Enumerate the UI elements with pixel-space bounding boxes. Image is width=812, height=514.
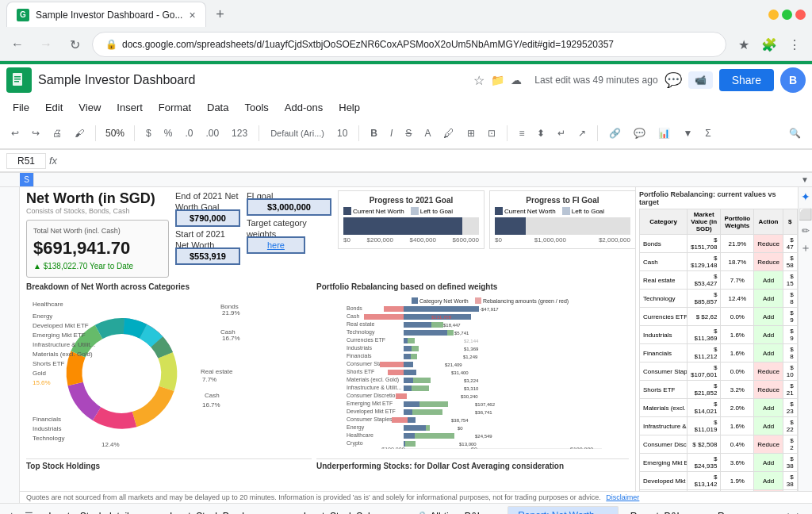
align-left[interactable]: ≡ bbox=[514, 125, 529, 142]
new-tab-button[interactable]: + bbox=[209, 3, 232, 25]
rebal-mag: $ 58 bbox=[783, 253, 797, 271]
font-color-button[interactable]: A bbox=[419, 125, 435, 142]
function-button[interactable]: Σ bbox=[700, 125, 715, 142]
menu-help[interactable]: Help bbox=[332, 98, 366, 117]
menu-tools[interactable]: Tools bbox=[238, 98, 274, 117]
rebal-action: Add bbox=[754, 271, 783, 290]
comment-button[interactable]: 💬 bbox=[629, 125, 650, 142]
disclaimer-link[interactable]: Disclaimer bbox=[606, 493, 639, 501]
svg-rect-50 bbox=[404, 322, 431, 328]
chart-button[interactable]: 📊 bbox=[653, 125, 675, 142]
rebal-wt: 0.0% bbox=[721, 362, 754, 381]
back-button[interactable]: ← bbox=[6, 33, 29, 56]
menu-file[interactable]: File bbox=[6, 98, 36, 117]
forward-button[interactable]: → bbox=[35, 33, 57, 56]
menu-edit[interactable]: Edit bbox=[39, 98, 69, 117]
sheet-list-button[interactable]: ☰ bbox=[21, 511, 36, 515]
rebal-action: Add bbox=[754, 417, 783, 435]
tab-close-button[interactable]: × bbox=[189, 9, 195, 21]
minimize-button[interactable] bbox=[768, 10, 779, 20]
prev-sheet-button[interactable]: ◀ bbox=[777, 510, 792, 515]
print-button[interactable]: 🖨 bbox=[48, 125, 67, 142]
menu-view[interactable]: View bbox=[72, 98, 107, 117]
star-icon[interactable]: ☆ bbox=[473, 73, 485, 88]
increase-decimal[interactable]: .00 bbox=[201, 125, 224, 142]
undo-button[interactable]: ↩ bbox=[6, 125, 24, 142]
sheets-document-title[interactable]: Sample Investor Dashboard bbox=[38, 73, 467, 87]
zoom-selector[interactable]: 50% bbox=[102, 128, 128, 139]
close-window-button[interactable] bbox=[795, 10, 806, 20]
tab-alltime-pl[interactable]: 🔒 All-time P&L ▼ bbox=[406, 507, 507, 515]
strikethrough-button[interactable]: S bbox=[400, 125, 416, 142]
bookmark-button[interactable]: ★ bbox=[733, 33, 755, 56]
notification-icon[interactable]: ⬜ bbox=[799, 208, 812, 221]
add-row-icon[interactable]: ＋ bbox=[800, 241, 811, 255]
target-weights-link[interactable]: here bbox=[247, 236, 305, 254]
font-selector[interactable]: Default (Ari...) bbox=[266, 125, 329, 141]
more-formats[interactable]: 123 bbox=[227, 125, 252, 142]
rebal-mag: $ 23 bbox=[783, 399, 797, 417]
svg-rect-60 bbox=[404, 401, 419, 407]
rebal-cat: Emerging Mkt ETF bbox=[640, 454, 688, 472]
maximize-button[interactable] bbox=[782, 10, 792, 20]
format-icon[interactable]: ✏ bbox=[802, 225, 810, 236]
cell-reference[interactable] bbox=[6, 153, 46, 169]
svg-rect-78 bbox=[419, 401, 448, 407]
formula-input[interactable] bbox=[60, 155, 806, 167]
currency-button[interactable]: $ bbox=[141, 125, 156, 142]
goals-section: End of 2021 Net Worth Goal $790,000 Star… bbox=[175, 190, 240, 262]
svg-text:Materials (excl. Gold): Materials (excl. Gold) bbox=[347, 377, 399, 383]
tab-rep[interactable]: Rep... bbox=[707, 507, 753, 515]
meet-button[interactable]: 📹 bbox=[688, 71, 713, 89]
paint-format-button[interactable]: 🖌 bbox=[70, 125, 89, 142]
refresh-button[interactable]: ↻ bbox=[63, 33, 86, 56]
svg-rect-55 bbox=[404, 362, 413, 367]
rebal-wt: 1.9% bbox=[721, 472, 754, 490]
comments-button[interactable]: 💬 bbox=[665, 71, 682, 89]
percent-button[interactable]: % bbox=[159, 125, 178, 142]
fi-current-legend: Current Net Worth bbox=[495, 207, 556, 215]
text-rotate[interactable]: ↗ bbox=[573, 125, 591, 142]
share-button[interactable]: Share bbox=[719, 69, 774, 91]
svg-rect-75 bbox=[413, 378, 431, 383]
explore-icon[interactable]: ✦ bbox=[801, 190, 810, 203]
fi-goal-row: FI goal $3,000,000 bbox=[247, 190, 331, 213]
menu-format[interactable]: Format bbox=[152, 98, 197, 117]
explore-button[interactable]: 🔍 bbox=[784, 125, 806, 142]
tab-stock-details[interactable]: Inputs: Stock details ▼ bbox=[38, 507, 158, 515]
tab-net-worth[interactable]: Report: Net Worth ▼ bbox=[508, 506, 619, 515]
filter-button[interactable]: ▼ bbox=[678, 125, 697, 142]
add-sheet-button[interactable]: + bbox=[3, 509, 20, 515]
folder-icon[interactable]: 📁 bbox=[491, 74, 504, 86]
tab-stock-sales[interactable]: Input: Stock Sales ▼ bbox=[293, 507, 404, 515]
svg-text:Real estate: Real estate bbox=[347, 321, 375, 327]
progress-2021-legend: Current Net Worth Left to Goal bbox=[343, 207, 479, 215]
next-sheet-button[interactable]: ▶ bbox=[794, 510, 809, 515]
menu-addons[interactable]: Add-ons bbox=[278, 98, 329, 117]
menu-button[interactable]: ⋮ bbox=[783, 33, 806, 56]
tab-pl-report[interactable]: Report: P&L ▼ bbox=[620, 507, 706, 515]
user-avatar[interactable]: B bbox=[780, 67, 806, 93]
menu-data[interactable]: Data bbox=[201, 98, 235, 117]
rebal-wt: 1.6% bbox=[721, 326, 754, 344]
borders-button[interactable]: ⊞ bbox=[462, 125, 480, 142]
highlight-button[interactable]: 🖊 bbox=[439, 124, 459, 143]
active-tab[interactable]: G Sample Investor Dashboard - Go... × bbox=[6, 2, 206, 27]
svg-text:Financials: Financials bbox=[347, 353, 372, 359]
url-bar[interactable]: 🔒 docs.google.com/spreadsheets/d/1uayfCj… bbox=[92, 32, 726, 57]
bold-button[interactable]: B bbox=[366, 125, 382, 142]
redo-button[interactable]: ↪ bbox=[27, 125, 44, 142]
text-wrap[interactable]: ↵ bbox=[553, 125, 570, 142]
extensions-button[interactable]: 🧩 bbox=[758, 33, 780, 56]
tab-stock-purchases[interactable]: Input: Stock Purchases ▼ bbox=[159, 507, 292, 515]
italic-button[interactable]: I bbox=[385, 125, 397, 142]
align-v[interactable]: ⬍ bbox=[532, 125, 550, 142]
decrease-decimal[interactable]: .0 bbox=[180, 125, 197, 142]
font-size-selector[interactable]: 10 bbox=[332, 125, 352, 142]
link-button[interactable]: 🔗 bbox=[604, 125, 626, 142]
separator4 bbox=[358, 125, 359, 141]
formula-bar: fx bbox=[0, 150, 812, 172]
menu-insert[interactable]: Insert bbox=[110, 98, 149, 117]
merge-button[interactable]: ⊡ bbox=[483, 125, 500, 142]
svg-rect-70 bbox=[408, 338, 415, 343]
